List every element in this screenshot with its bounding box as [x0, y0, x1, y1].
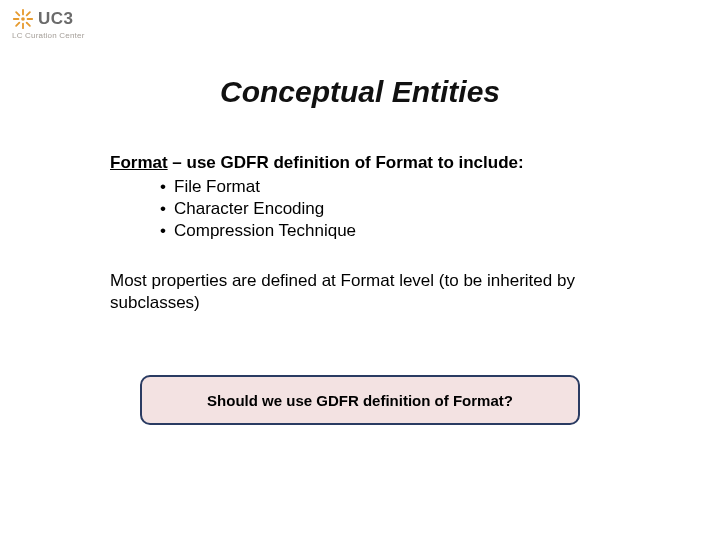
format-bullets: File Format Character Encoding Compressi… — [160, 176, 650, 242]
svg-line-5 — [16, 12, 19, 15]
svg-line-7 — [16, 23, 19, 26]
question-callout: Should we use GDFR definition of Format? — [140, 375, 580, 425]
list-item: Character Encoding — [160, 198, 650, 220]
callout-text: Should we use GDFR definition of Format? — [207, 392, 513, 409]
starburst-icon — [12, 8, 34, 30]
brand-logo: UC3 LC Curation Center — [12, 8, 85, 40]
svg-point-0 — [21, 17, 25, 21]
list-item: File Format — [160, 176, 650, 198]
format-lead: Format — [110, 153, 168, 172]
brand-name: UC3 — [38, 9, 74, 29]
brand-subtitle: LC Curation Center — [12, 31, 85, 40]
slide-body: Format – use GDFR definition of Format t… — [110, 152, 650, 315]
body-paragraph: Most properties are defined at Format le… — [110, 270, 650, 314]
svg-line-6 — [27, 23, 30, 26]
brand-logo-top: UC3 — [12, 8, 74, 30]
svg-line-8 — [27, 12, 30, 15]
list-item: Compression Technique — [160, 220, 650, 242]
slide-title: Conceptual Entities — [0, 75, 720, 109]
format-heading: Format – use GDFR definition of Format t… — [110, 152, 650, 174]
format-rest: – use GDFR definition of Format to inclu… — [168, 153, 524, 172]
